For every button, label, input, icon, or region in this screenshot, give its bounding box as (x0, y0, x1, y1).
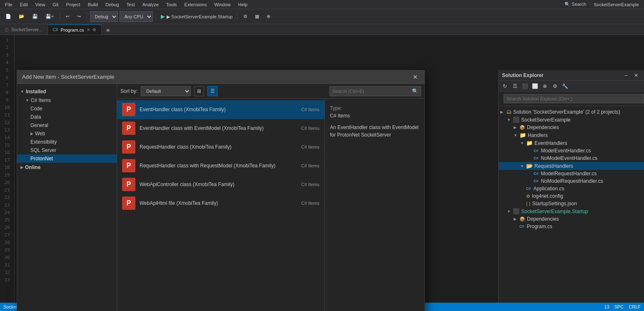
se-deps2-node[interactable]: ▶ 📦 Dependencies (499, 215, 644, 223)
sep4 (237, 12, 237, 21)
p-icon-3: P (122, 159, 135, 172)
toolbar-extra3[interactable]: ⊕ (264, 11, 273, 22)
redo-btn[interactable]: ↪ (74, 11, 84, 22)
tab-program-cs[interactable]: C# Program.cs ✕ ⚙ (48, 25, 102, 35)
sort-dropdown[interactable]: Default (141, 86, 191, 96)
template-item-5[interactable]: P WebApiHtml file (XmobiTea Family) C# I… (117, 194, 324, 213)
template-item-2[interactable]: P RequestHandler class (XmobiTea Family)… (117, 138, 324, 157)
menu-tools[interactable]: Tools (163, 1, 180, 8)
template-item-3[interactable]: P RequestHandler class with RequestModel… (117, 157, 324, 175)
menu-debug[interactable]: Debug (102, 1, 122, 8)
undo-btn[interactable]: ↩ (63, 11, 72, 22)
se-solution-node[interactable]: ▶ 🗂 Solution 'SocketServerExample' (2 of… (499, 108, 644, 116)
menu-test[interactable]: Test (123, 1, 138, 8)
tab-socketserver[interactable]: ⬡ SocketServer... (0, 25, 48, 35)
menu-search[interactable]: 🔍 Search (561, 1, 589, 8)
se-request-handlers-node[interactable]: ▼ 📂 RequestHandlers (499, 162, 644, 170)
online-header[interactable]: ▶ Online (17, 163, 117, 172)
se-project1-node[interactable]: ▼ ⬛ SocketServerExample (499, 116, 644, 124)
template-item-1[interactable]: P EventHandler class with EventModel (Xm… (117, 119, 324, 138)
menu-edit[interactable]: Edit (17, 1, 31, 8)
template-icon-2: P (122, 140, 135, 154)
template-item-4[interactable]: P WebApiController class (XmobiTea Famil… (117, 175, 324, 194)
se-model-event-handler-node[interactable]: C# ModelEventHandler.cs (499, 147, 644, 154)
se-deps2-expand-icon: ▶ (514, 217, 519, 221)
se-eventhandlers-node[interactable]: ▼ 📁 EventHandlers (499, 139, 644, 147)
menu-git[interactable]: Git (49, 1, 62, 8)
solution-explorer-search[interactable] (504, 94, 644, 103)
se-close-btn[interactable]: ✕ (632, 71, 641, 80)
se-program-cs-node[interactable]: C# Program.cs (499, 223, 644, 230)
se-btn6[interactable]: ⚙ (550, 82, 559, 91)
se-startup-settings-node[interactable]: { } StartupSettings.json (499, 200, 644, 207)
template-name-5: WebApiHtml file (XmobiTea Family) (140, 200, 282, 206)
menu-build[interactable]: Build (85, 1, 101, 8)
items-panel: Sort by: Default ⊞ ☰ 🔍 (117, 84, 424, 311)
menu-view[interactable]: View (32, 1, 49, 8)
se-log4net-node[interactable]: ⚙ log4net.config (499, 192, 644, 200)
list-view-btn[interactable]: ☰ (207, 86, 217, 96)
se-no-model-event-handler-node[interactable]: C# NoModelEventHandler.cs (499, 154, 644, 162)
menu-bar: File Edit View Git Project Build Debug T… (0, 0, 644, 9)
csharp-items-category[interactable]: ▼ C# Items (17, 96, 117, 104)
template-icon-3: P (122, 159, 135, 172)
se-application-cs-node[interactable]: C# Application.cs (499, 185, 644, 192)
search-box: 🔍 (329, 86, 421, 96)
template-name-0: EventHandler class (XmobiTea Family) (140, 107, 282, 112)
installed-header[interactable]: ▼ Installed (17, 87, 117, 96)
se-no-model-request-handler-node[interactable]: C# NoModelRequestHandler.cs (499, 177, 644, 185)
run-button[interactable]: ▶ ▶ SocketServerExample.Startup (159, 12, 234, 20)
se-btn1[interactable]: ↻ (500, 82, 509, 91)
status-line: 13 (604, 304, 609, 309)
general-category[interactable]: General (17, 121, 117, 129)
modal-title: Add New Item - SocketServerExample (22, 74, 115, 80)
cs-badge-3: C# (534, 172, 539, 176)
se-deps1-node[interactable]: ▶ 📦 Dependencies (499, 124, 644, 131)
info-panel: Type: C# Items An EventHandler class wit… (324, 99, 424, 311)
se-btn3[interactable]: ⬛ (520, 82, 529, 91)
deps1-icon: 📦 (519, 125, 525, 130)
new-tab-btn[interactable]: ⊕ (103, 25, 112, 35)
menu-file[interactable]: File (2, 1, 16, 8)
save-btn[interactable]: 💾 (29, 11, 41, 22)
se-project2-node[interactable]: ▼ ⬛ SocketServerExample.Startup (499, 207, 644, 215)
platform-dropdown[interactable]: Any CPU (120, 11, 153, 22)
sql-server-category[interactable]: SQL Server (17, 146, 117, 154)
extensibility-category[interactable]: Extensibility (17, 138, 117, 146)
cs-badge-4: C# (534, 179, 539, 183)
toolbar: 📄 📂 💾 💾+ ↩ ↪ Debug Any CPU ▶ ▶ SocketSer… (0, 9, 644, 24)
web-category[interactable]: ▶ Web (17, 129, 117, 138)
modal-close-button[interactable]: ✕ (411, 73, 419, 81)
grid-view-btn[interactable]: ⊞ (194, 86, 204, 96)
debug-mode-dropdown[interactable]: Debug (90, 11, 118, 22)
modal-body: ▼ Installed ▼ C# Items Code Data General (17, 84, 424, 311)
menu-project[interactable]: Project (62, 1, 83, 8)
p-icon-2: P (122, 140, 135, 154)
se-btn5[interactable]: ⊕ (540, 82, 549, 91)
se-btn7[interactable]: 🔧 (560, 82, 569, 91)
se-btn4[interactable]: ⬜ (530, 82, 539, 91)
tab-pin-icon[interactable]: ⚙ (92, 27, 96, 32)
protonnet-category[interactable]: ProtonNet (17, 154, 117, 163)
new-file-btn[interactable]: 📄 (2, 11, 14, 22)
se-model-request-handler-node[interactable]: C# ModelRequestHandler.cs (499, 170, 644, 177)
code-category[interactable]: Code (17, 104, 117, 113)
save-all-btn[interactable]: 💾+ (42, 11, 57, 22)
toolbar-extra1[interactable]: ⚙ (240, 11, 250, 22)
template-tag-5: C# Items (286, 201, 320, 206)
menu-analyze[interactable]: Analyze (139, 1, 162, 8)
menu-window[interactable]: Window (211, 1, 234, 8)
se-handlers-expand-icon: ▼ (514, 133, 519, 137)
template-item-0[interactable]: P EventHandler class (XmobiTea Family) C… (117, 100, 324, 119)
se-minimize-btn[interactable]: – (622, 71, 631, 80)
search-input[interactable] (332, 89, 412, 94)
menu-extensions[interactable]: Extensions (181, 1, 210, 8)
tab-close-icon[interactable]: ✕ (87, 27, 90, 32)
menu-help[interactable]: Help (235, 1, 251, 8)
se-handlers-node[interactable]: ▼ 📁 Handlers (499, 131, 644, 139)
data-category[interactable]: Data (17, 113, 117, 121)
toolbar-extra2[interactable]: ▦ (252, 11, 262, 22)
open-btn[interactable]: 📂 (16, 11, 27, 22)
se-btn2[interactable]: ☰ (510, 82, 519, 91)
cs-badge-app: C# (526, 187, 531, 191)
